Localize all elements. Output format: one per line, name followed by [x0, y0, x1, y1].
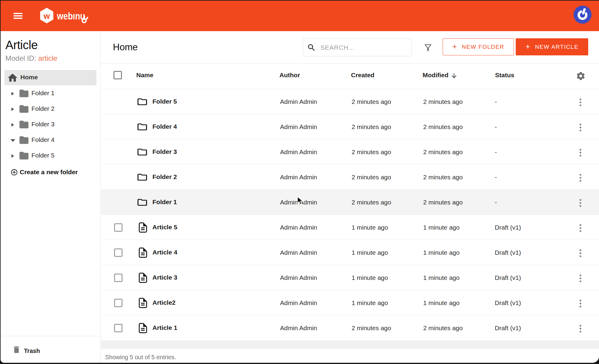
- svg-text:w: w: [43, 12, 50, 21]
- svg-text:webınu: webınu: [57, 10, 85, 22]
